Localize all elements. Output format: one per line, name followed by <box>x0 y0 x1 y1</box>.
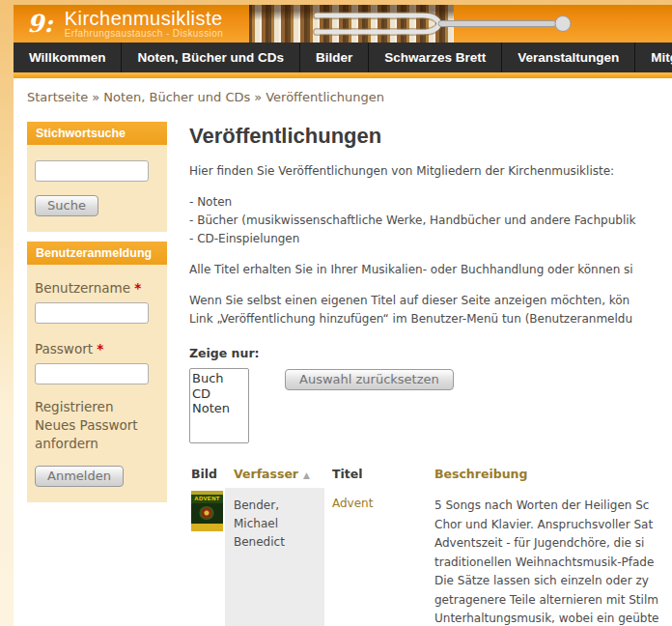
filter-option-buch[interactable]: Buch <box>192 371 246 386</box>
new-password-link[interactable]: Neues Passwort anfordern <box>35 417 138 451</box>
site-title: Kirchenmusikliste <box>65 9 224 28</box>
breadcrumb-current: Veröffentlichungen <box>266 90 384 104</box>
column-header-verfasser-link[interactable]: Verfasser <box>234 467 298 481</box>
column-header-bild: Bild <box>189 463 225 485</box>
login-block: Benutzeranmeldung Benutzername * Passwor… <box>27 242 167 502</box>
password-label: Passwort * <box>35 341 157 356</box>
nav-item-bilder[interactable]: Bilder <box>300 43 369 72</box>
site-header: 9: Kirchenmusikliste Erfahrungsaustausch… <box>14 5 672 43</box>
column-header-beschreibung-link[interactable]: Beschreibung <box>434 467 527 481</box>
breadcrumb-separator: » <box>92 90 99 104</box>
filter-option-noten[interactable]: Noten <box>192 401 246 416</box>
filter-controls: Buch CD Noten Auswahl zurücksetzen <box>189 368 672 443</box>
page-container: 9: Kirchenmusikliste Erfahrungsaustausch… <box>14 5 672 626</box>
search-button[interactable]: Suche <box>35 195 98 216</box>
table-header-row: Bild Verfasser▲ Titel Beschreibung <box>189 463 672 485</box>
list-item-buecher: - Bücher (musikwissenschaftliche Werke, … <box>189 212 672 230</box>
breadcrumb-startseite[interactable]: Startseite <box>27 90 88 104</box>
search-input[interactable] <box>35 160 149 182</box>
register-link[interactable]: Registrieren <box>35 399 113 414</box>
description-line: Unterhaltungsmusik, wobei ein geübte <box>434 610 672 626</box>
required-marker: * <box>97 341 103 356</box>
search-block-title: Stichwortsuche <box>27 122 167 145</box>
username-label: Benutzername * <box>35 280 157 296</box>
header-filler <box>579 5 672 43</box>
nav-item-mitglieder[interactable]: Mitglieder <box>635 43 672 72</box>
cell-beschreibung: 5 Songs nach Worten der Heiligen Sc Chor… <box>425 488 672 626</box>
sort-ascending-icon: ▲ <box>303 470 310 480</box>
list-item-cd: - CD-Einspielungen <box>189 230 672 248</box>
password-field[interactable] <box>35 363 149 384</box>
description-line: getragenere Teile alternieren mit Stilm <box>434 591 672 611</box>
search-block: Stichwortsuche Suche <box>27 122 167 232</box>
column-header-verfasser: Verfasser▲ <box>225 463 324 485</box>
banner-image <box>249 5 579 43</box>
cover-thumbnail[interactable]: ADVENT <box>191 491 223 531</box>
reset-selection-button[interactable]: Auswahl zurücksetzen <box>285 369 454 390</box>
description-line: Die Sätze lassen sich einzeln oder zy <box>434 572 672 591</box>
main-navigation: Willkommen Noten, Bücher und CDs Bilder … <box>14 43 672 72</box>
page-title: Veröffentlichungen <box>189 124 672 149</box>
column-header-titel: Titel <box>324 463 425 485</box>
intro-paragraph: Hier finden Sie Veröffentlichungen von M… <box>189 162 672 181</box>
titel-link[interactable]: Advent <box>332 497 373 510</box>
cell-verfasser: Bender, Michael Benedict <box>225 488 324 626</box>
availability-paragraph: Alle Titel erhalten Sie in Ihrer Musikal… <box>189 261 672 279</box>
breadcrumb-separator: » <box>254 90 262 104</box>
list-item-noten: - Noten <box>189 193 672 212</box>
cell-titel: Advent <box>324 488 425 626</box>
bass-clef-icon: 9: <box>27 12 53 36</box>
required-marker: * <box>134 280 141 296</box>
nav-item-noten-buecher-cds[interactable]: Noten, Bücher und CDs <box>122 43 300 72</box>
description-line: 5 Songs nach Worten der Heiligen Sc <box>434 497 672 516</box>
nav-item-veranstaltungen[interactable]: Veranstaltungen <box>502 43 635 72</box>
type-filter-select[interactable]: Buch CD Noten <box>189 368 249 443</box>
breadcrumb-noten-buecher-cds[interactable]: Noten, Bücher und CDs <box>103 90 250 104</box>
cell-bild: ADVENT <box>189 488 225 626</box>
add-title-line-2: Link „Veröffentlichung hinzufügen“ im Be… <box>189 310 672 328</box>
username-field[interactable] <box>35 302 149 324</box>
content-area: Startseite»Noten, Bücher und CDs»Veröffe… <box>14 78 672 626</box>
column-header-beschreibung: Beschreibung <box>425 463 672 485</box>
description-line: traditionellen Weihnachtsmusik-Pfade <box>434 554 672 573</box>
site-subtitle: Erfahrungsaustausch - Diskussion <box>65 28 224 39</box>
sidebar: Stichwortsuche Suche Benutzeranmeldung B… <box>27 122 167 512</box>
publication-type-list: - Noten - Bücher (musikwissenschaftliche… <box>189 193 672 248</box>
add-title-paragraph: Wenn Sie selbst einen eigenen Titel auf … <box>189 292 672 328</box>
wreath-graphic <box>199 506 214 520</box>
breadcrumb: Startseite»Noten, Bücher und CDs»Veröffe… <box>27 90 672 104</box>
main-content: Veröffentlichungen Hier finden Sie Veröf… <box>189 122 672 626</box>
login-button[interactable]: Anmelden <box>35 466 124 487</box>
publications-table: Bild Verfasser▲ Titel Beschreibung ADVEN… <box>189 463 672 626</box>
tuning-fork-icon <box>278 5 579 43</box>
site-logo[interactable]: 9: Kirchenmusikliste Erfahrungsaustausch… <box>14 5 249 43</box>
cover-title-text: ADVENT <box>191 496 223 502</box>
table-row: ADVENT Bender, Michael Benedict Advent 5… <box>189 488 672 626</box>
description-line: Chor und Klavier. Anspruchsvoller Sat <box>434 516 672 535</box>
filter-label: Zeige nur: <box>189 346 672 360</box>
nav-item-schwarzes-brett[interactable]: Schwarzes Brett <box>369 43 502 72</box>
nav-item-willkommen[interactable]: Willkommen <box>14 43 122 72</box>
description-line: Adventszeit - für Jugendchöre, die si <box>434 534 672 554</box>
filter-option-cd[interactable]: CD <box>192 386 246 402</box>
add-title-line-1: Wenn Sie selbst einen eigenen Titel auf … <box>189 292 672 310</box>
login-block-title: Benutzeranmeldung <box>27 242 167 265</box>
